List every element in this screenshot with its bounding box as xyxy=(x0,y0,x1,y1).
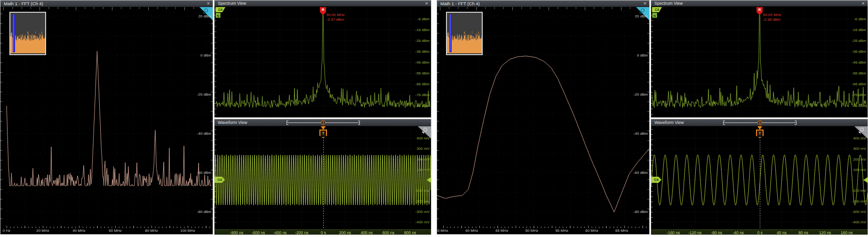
time-tick-label: 40 ns xyxy=(777,230,787,235)
trace-mode-badge[interactable]: N xyxy=(215,13,221,18)
time-tick-label: -120 ns xyxy=(688,230,701,235)
trigger-position-knob[interactable]: T xyxy=(757,120,762,125)
time-tick-label: 160 ns xyxy=(841,230,853,235)
fft-plot-left: 0 Hz20 MHz40 MHz60 MHz80 MHz100 MHz 20 d… xyxy=(0,7,213,234)
waveform-window-title: Waveform View xyxy=(654,119,684,126)
oscilloscope-screen: Math 1 - FFT (Ch 4) × 0 Hz20 MHz40 MHz60… xyxy=(0,0,868,237)
time-tick-label: -800 ns xyxy=(230,230,243,235)
spectrum-trace-canvas[interactable] xyxy=(215,7,431,117)
time-tick-label: 200 ns xyxy=(339,230,351,235)
time-tick-label: -200 ns xyxy=(295,230,308,235)
close-icon[interactable]: × xyxy=(207,0,210,7)
spectrum-plot-left: C4 N R 50.00 MHz -2.37 dBm -6 dBm-16 dBm… xyxy=(215,7,431,117)
spectrum-window-left-titlebar[interactable]: Spectrum View × xyxy=(215,0,431,7)
time-tick-label: -400 ns xyxy=(273,230,287,235)
spectrum-plot-right: C4 N R 50.00 MHz -2.38 dBm -6 dBm-16 dBm… xyxy=(651,7,868,117)
time-tick-label: 0 s xyxy=(757,230,763,235)
time-tick-label: 800 ns xyxy=(404,230,416,235)
trigger-level-arrow-icon[interactable] xyxy=(427,177,431,183)
waveform-trace-canvas[interactable] xyxy=(651,126,868,229)
close-icon[interactable]: × xyxy=(862,0,865,7)
spectrum-window-left: Spectrum View × C4 N R 50.00 MHz -2.37 d… xyxy=(214,0,431,118)
horizontal-pan-zoom-bar[interactable]: T xyxy=(287,121,360,125)
time-tick-label: -80 ns xyxy=(711,230,722,235)
marker-frequency-readout: 50.00 MHz xyxy=(763,13,781,17)
fft-window-right: Math 1 - FFT (Ch 4) × 35 MHz40 MHz45 MHz… xyxy=(437,0,650,235)
waveform-window-right: Waveform View T T C4 400 mV300 mV200 mV1… xyxy=(651,119,868,235)
fft-window-title: Math 1 - FFT (Ch 4) xyxy=(4,0,43,7)
magnifier-icon xyxy=(641,8,645,12)
fft-window-right-titlebar[interactable]: Math 1 - FFT (Ch 4) × xyxy=(437,0,649,7)
waveform-window-left: Waveform View T T C4 400 mV300 mV200 mV1… xyxy=(214,119,431,235)
time-tick-label: -160 ns xyxy=(667,230,680,235)
fft-window-left: Math 1 - FFT (Ch 4) × 0 Hz20 MHz40 MHz60… xyxy=(0,0,213,235)
marker-amplitude-readout: -2.38 dBm xyxy=(763,17,780,22)
spectrum-window-title: Spectrum View xyxy=(218,0,246,7)
time-axis-bar: -800 ns-600 ns-400 ns-200 ns0 s200 ns400… xyxy=(215,229,431,235)
time-tick-label: 400 ns xyxy=(361,230,373,235)
trigger-arrow-icon xyxy=(321,126,326,130)
close-icon[interactable]: × xyxy=(644,0,646,7)
fft-window-left-titlebar[interactable]: Math 1 - FFT (Ch 4) × xyxy=(0,0,213,7)
pan-bar-right-bracket xyxy=(795,121,796,125)
marker-frequency-readout: 50.00 MHz xyxy=(326,13,345,17)
zoom-overview-icon[interactable] xyxy=(854,126,868,139)
trigger-arrow-icon xyxy=(757,126,762,130)
magnifier-icon xyxy=(204,8,208,12)
spectrum-window-title: Spectrum View xyxy=(654,0,683,7)
zoom-overview-icon[interactable] xyxy=(636,7,649,20)
time-axis-bar: -160 ns-120 ns-80 ns-40 ns0 s40 ns80 ns1… xyxy=(651,229,868,235)
time-tick-label: 0 s xyxy=(321,230,326,235)
pan-bar-right-bracket xyxy=(358,121,360,125)
pan-bar-left-bracket xyxy=(287,121,288,125)
marker-amplitude-readout: -2.37 dBm xyxy=(326,17,344,22)
time-tick-label: 120 ns xyxy=(819,230,831,235)
magnifier-icon xyxy=(423,128,427,131)
time-tick-label: 600 ns xyxy=(382,230,395,235)
time-tick-label: -40 ns xyxy=(733,230,744,235)
waveform-window-title: Waveform View xyxy=(218,119,247,126)
fft-plot-right: 35 MHz40 MHz45 MHz50 MHz55 MHz60 MHz65 M… xyxy=(437,7,649,234)
time-tick-label: 80 ns xyxy=(798,230,808,235)
spectrum-window-right: Spectrum View × C4 N R 50.00 MHz -2.38 d… xyxy=(651,0,868,118)
trigger-position-knob[interactable]: T xyxy=(321,120,326,125)
horizontal-pan-zoom-bar[interactable]: T xyxy=(723,121,796,125)
fft-trace-canvas[interactable] xyxy=(437,7,649,234)
fft-window-title: Math 1 - FFT (Ch 4) xyxy=(440,0,480,7)
waveform-plot-right: T C4 400 mV300 mV200 mV100 mV-100 mV-200… xyxy=(651,126,868,234)
pan-bar-left-bracket xyxy=(723,121,725,125)
spectrum-trace-canvas[interactable] xyxy=(651,7,868,117)
waveform-plot-left: T C4 400 mV300 mV200 mV100 mV-100 mV-200… xyxy=(215,126,431,234)
waveform-trace-canvas[interactable] xyxy=(215,126,431,229)
fft-trace-canvas[interactable] xyxy=(0,7,213,234)
time-tick-label: -600 ns xyxy=(252,230,265,235)
close-icon[interactable]: × xyxy=(425,0,428,7)
trigger-level-arrow-icon[interactable] xyxy=(863,177,868,183)
zoom-overview-icon[interactable] xyxy=(418,126,431,139)
zoom-overview-icon[interactable] xyxy=(199,7,213,20)
trace-mode-badge[interactable]: N xyxy=(652,13,657,18)
spectrum-window-right-titlebar[interactable]: Spectrum View × xyxy=(651,0,868,7)
magnifier-icon xyxy=(860,128,864,131)
